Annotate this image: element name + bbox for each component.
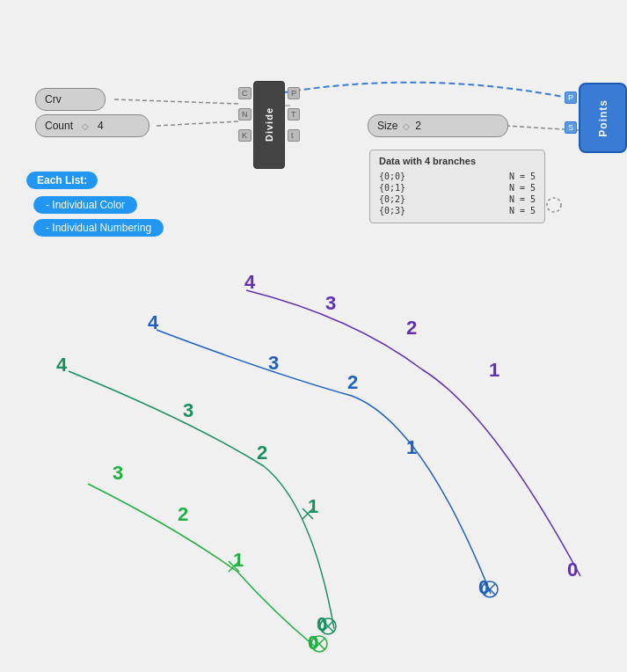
svg-line-1: [157, 121, 239, 126]
svg-line-27: [323, 621, 333, 632]
svg-text:3: 3: [183, 399, 193, 421]
legend-item-1: - Individual Numbering: [26, 219, 164, 242]
svg-text:2: 2: [406, 317, 417, 339]
svg-point-4: [547, 198, 561, 212]
svg-line-36: [314, 639, 324, 649]
size-diamond: ◇: [403, 121, 410, 131]
divide-port-t: T: [288, 108, 300, 121]
svg-text:1: 1: [406, 436, 417, 458]
divide-port-n: N: [238, 108, 252, 121]
points-port-p: P: [565, 91, 577, 104]
svg-text:2: 2: [347, 371, 358, 393]
count-diamond: ◇: [82, 121, 89, 131]
svg-line-17: [485, 584, 495, 595]
size-node[interactable]: Size ◇ 2: [368, 114, 508, 137]
branch-row-0: {0;0} N = 5: [379, 172, 536, 181]
branch-count-0: N = 5: [509, 172, 536, 181]
svg-line-16: [485, 584, 495, 595]
svg-text:3: 3: [325, 292, 336, 314]
svg-text:0: 0: [478, 576, 489, 598]
svg-text:2: 2: [178, 503, 188, 525]
svg-text:4: 4: [244, 271, 256, 293]
divide-port-c: C: [238, 87, 252, 99]
branch-row-2: {0;2} N = 5: [379, 194, 536, 204]
data-panel-title: Data with 4 branches: [379, 156, 536, 166]
divide-label: Divide: [264, 107, 274, 142]
divide-node[interactable]: C N K Divide P T t: [253, 81, 285, 169]
legend-item-0: - Individual Color: [26, 196, 164, 219]
svg-text:0: 0: [567, 559, 578, 581]
svg-text:1: 1: [233, 549, 244, 571]
divide-port-t2: t: [288, 129, 300, 142]
points-node[interactable]: P S Points: [579, 83, 627, 153]
svg-text:0: 0: [308, 632, 318, 654]
branch-path-1: {0;1}: [379, 183, 405, 193]
size-label: Size: [377, 120, 397, 132]
svg-text:3: 3: [268, 352, 279, 374]
svg-text:1: 1: [489, 359, 499, 381]
branch-count-1: N = 5: [509, 183, 536, 193]
legend-title: Each List:: [26, 172, 164, 196]
branch-count-3: N = 5: [509, 206, 536, 215]
data-panel: Data with 4 branches {0;0} N = 5 {0;1} N…: [369, 150, 545, 223]
branch-path-3: {0;3}: [379, 206, 405, 215]
svg-text:4: 4: [148, 311, 159, 333]
count-node[interactable]: Count ◇ 4: [35, 114, 149, 137]
branch-path-2: {0;2}: [379, 194, 405, 204]
svg-line-35: [314, 639, 324, 649]
svg-line-32: [229, 561, 239, 572]
count-value: 4: [98, 120, 104, 132]
branch-row-1: {0;1} N = 5: [379, 183, 536, 193]
svg-text:2: 2: [257, 442, 267, 464]
count-label: Count: [45, 120, 73, 132]
svg-text:3: 3: [113, 462, 123, 484]
svg-line-31: [229, 561, 239, 572]
svg-line-22: [303, 508, 313, 519]
svg-text:1: 1: [308, 495, 318, 517]
points-label: Points: [597, 99, 609, 137]
svg-point-25: [320, 618, 336, 634]
divide-port-k: K: [238, 129, 252, 142]
svg-point-34: [311, 636, 327, 652]
branch-count-2: N = 5: [509, 194, 536, 204]
crv-label: Crv: [45, 93, 62, 106]
legend-items: - Individual Color - Individual Numberin…: [26, 196, 164, 242]
svg-point-15: [482, 581, 498, 597]
points-port-s: S: [565, 121, 577, 134]
svg-line-0: [114, 99, 239, 104]
size-value: 2: [415, 120, 421, 132]
branch-path-0: {0;0}: [379, 172, 405, 181]
branch-row-3: {0;3} N = 5: [379, 206, 536, 215]
divide-port-p: P: [288, 87, 300, 99]
svg-text:4: 4: [56, 354, 68, 376]
svg-line-26: [323, 621, 333, 632]
svg-line-23: [303, 508, 313, 519]
curves-svg: 4 3 2 1 0 4 3 2 1 0 4 3 2 1 0 3 2 1 0: [0, 246, 627, 668]
legend-area: Each List: - Individual Color - Individu…: [26, 172, 164, 242]
crv-node[interactable]: Crv: [35, 88, 106, 111]
svg-text:0: 0: [317, 613, 327, 635]
